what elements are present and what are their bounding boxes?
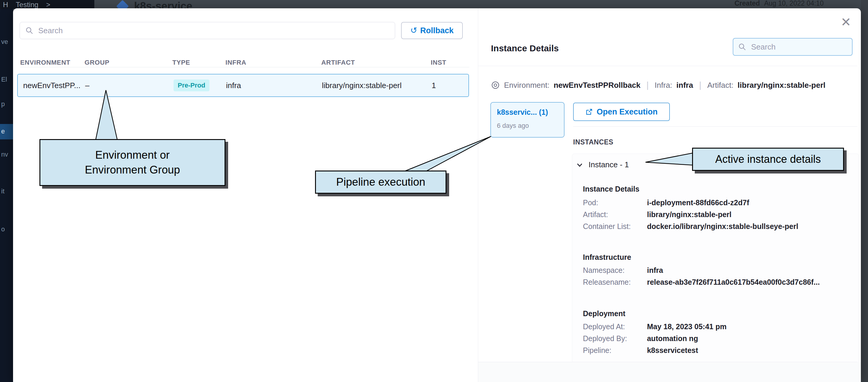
detail-row-deployed-at: Deployed At: May 18, 2023 05:41 pm	[583, 322, 726, 331]
section-title-deployment: Deployment	[583, 309, 625, 318]
detail-value: automation ng	[647, 334, 698, 343]
detail-label: Deployed At:	[583, 322, 645, 331]
cell-artifact: library/nginx:stable-perl	[322, 81, 402, 90]
instances-divider	[573, 126, 857, 127]
column-type: TYPE	[173, 59, 190, 66]
environment-value: newEnvTestPPRollback	[554, 81, 641, 90]
callout-pipeline-execution: Pipeline execution	[315, 170, 446, 194]
rollback-button[interactable]: ↺ Rollback	[401, 22, 463, 39]
backdrop-topbar: H Testing > k8s-service CreatedAug 10, 2…	[0, 0, 868, 9]
separator: |	[645, 80, 651, 90]
detail-row-container-list: Container List: docker.io/library/nginx:…	[583, 222, 798, 231]
column-artifact: ARTIFACT	[321, 59, 355, 66]
separator: |	[697, 80, 703, 90]
breadcrumb-chevron-icon: >	[46, 1, 50, 9]
section-title-instance-details: Instance Details	[583, 185, 639, 193]
detail-row-deployed-by: Deployed By: automation ng	[583, 334, 698, 343]
detail-label: Releasename:	[583, 278, 645, 286]
artifact-label: Artifact:	[707, 81, 733, 90]
rollback-modal: ↺ Rollback ENVIRONMENT GROUP TYPE INFRA …	[13, 8, 861, 382]
callout-environment-group: Environment or Environment Group	[39, 139, 225, 186]
column-infra: INFRA	[225, 59, 246, 66]
detail-label: Pipeline:	[583, 346, 645, 355]
panel-bottom-strip	[478, 362, 861, 382]
logo: H	[3, 1, 8, 9]
pre-prod-badge: Pre-Prod	[174, 79, 210, 91]
infra-value: infra	[676, 81, 693, 90]
detail-label: Deployed By:	[583, 334, 645, 343]
service-title: k8s-service	[134, 0, 192, 9]
instance-search-input[interactable]	[750, 42, 847, 52]
detail-label: Pod:	[583, 198, 645, 207]
detail-row-artifact: Artifact: library/nginx:stable-perl	[583, 210, 732, 219]
instance-title: Instance - 1	[589, 160, 629, 169]
detail-value: May 18, 2023 05:41 pm	[647, 322, 726, 331]
instances-section-label: INSTANCES	[573, 138, 614, 146]
execution-time: 6 days ago	[497, 122, 564, 130]
column-group: GROUP	[85, 59, 110, 66]
breadcrumb-project: Testing	[16, 1, 38, 9]
environment-label: Environment:	[504, 81, 549, 90]
sidebar-fragment: o	[1, 225, 5, 233]
detail-value: i-deployment-88fd66cd-z2d7f	[647, 198, 749, 207]
backdrop-right-strip	[861, 0, 868, 382]
detail-row-namespace: Namespace: infra	[583, 266, 663, 275]
rollback-icon: ↺	[410, 26, 417, 35]
chevron-down-icon	[576, 161, 583, 168]
cell-infra: infra	[226, 81, 241, 90]
detail-value: k8sservicetest	[647, 346, 698, 354]
open-execution-button[interactable]: Open Execution	[573, 103, 670, 121]
column-inst: INST	[431, 59, 446, 66]
cell-environment: newEnvTestPP...	[23, 81, 81, 90]
cell-inst-count: 1	[432, 81, 436, 90]
sidebar-fragment: ve	[1, 38, 8, 46]
callout-active-instance: Active instance details	[692, 148, 844, 171]
sidebar-fragment: it	[1, 187, 4, 195]
environment-table-row[interactable]: newEnvTestPP... – Pre-Prod infra library…	[17, 74, 469, 97]
environment-summary-line: Environment: newEnvTestPPRollback | Infr…	[491, 80, 826, 90]
column-environment: ENVIRONMENT	[20, 59, 70, 66]
environment-search-box[interactable]	[20, 22, 395, 39]
detail-value: docker.io/library/nginx:stable-bullseye-…	[647, 222, 798, 230]
detail-value: infra	[647, 266, 663, 274]
section-title-infrastructure: Infrastructure	[583, 253, 631, 262]
detail-value: library/nginx:stable-perl	[647, 210, 732, 219]
infra-label: Infra:	[655, 81, 672, 90]
open-execution-label: Open Execution	[596, 107, 658, 117]
panel-header-divider	[478, 66, 857, 66]
callout-tail	[89, 88, 125, 142]
artifact-value: library/nginx:stable-perl	[738, 81, 825, 90]
screen: ve El p e nv it o H Testing > k8s-servic…	[0, 0, 868, 382]
callout-tail	[643, 150, 696, 169]
callout-text: Environment Group	[85, 162, 180, 177]
created-timestamp: CreatedAug 10, 2022 04:10	[735, 0, 824, 7]
callout-text: Active instance details	[715, 153, 821, 165]
service-cube-icon	[116, 0, 129, 9]
sidebar-sliver: ve El p e nv it o	[0, 0, 13, 382]
search-icon	[738, 43, 746, 51]
sidebar-fragment: e	[1, 128, 5, 135]
search-icon	[25, 26, 33, 35]
sidebar-fragment: El	[1, 76, 7, 83]
external-link-icon	[585, 108, 593, 116]
detail-label: Namespace:	[583, 266, 645, 275]
table-header-divider	[20, 67, 469, 67]
execution-name: k8sservic... (1)	[497, 108, 564, 117]
instance-accordion-header[interactable]: Instance - 1	[576, 160, 629, 169]
breadcrumb: H Testing >	[0, 0, 94, 9]
detail-label: Artifact:	[583, 210, 645, 219]
pane-divider	[478, 8, 478, 382]
callout-tail	[401, 134, 495, 173]
pipeline-execution-card[interactable]: k8sservic... (1) 6 days ago	[490, 102, 564, 138]
sidebar-fragment: p	[1, 100, 5, 108]
detail-label: Container List:	[583, 222, 645, 231]
close-icon[interactable]: ✕	[841, 16, 851, 29]
environment-search-input[interactable]	[38, 26, 390, 36]
panel-title: Instance Details	[491, 43, 559, 53]
instance-search-box[interactable]	[733, 38, 852, 56]
detail-value: release-ab3e7f26f711a0c617b54ea00f0c3d7c…	[647, 278, 819, 286]
callout-text: Environment or	[95, 148, 170, 162]
rollback-label: Rollback	[420, 26, 454, 35]
detail-row-releasename: Releasename: release-ab3e7f26f711a0c617b…	[583, 278, 819, 286]
callout-text: Pipeline execution	[336, 176, 425, 188]
